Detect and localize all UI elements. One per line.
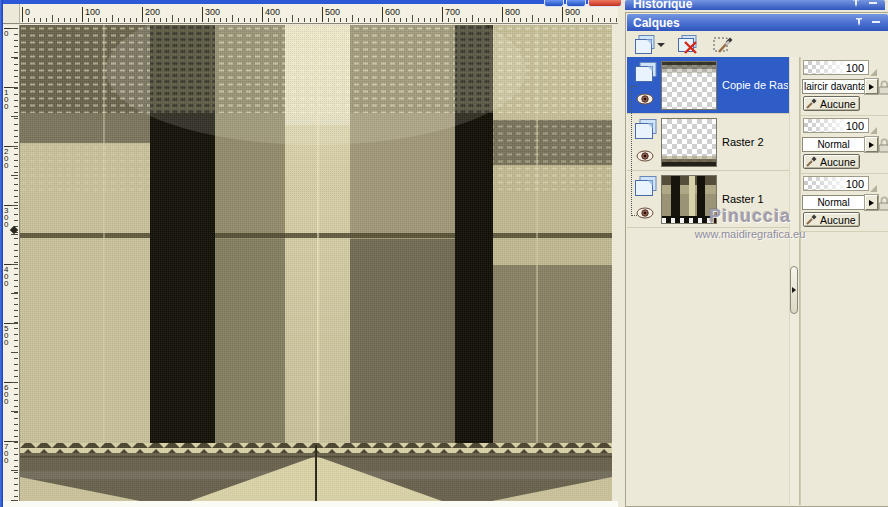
minimize-icon[interactable]: [869, 2, 877, 4]
layers-palette-title: Calques: [633, 16, 680, 30]
layer-thumbnail[interactable]: [661, 175, 717, 224]
ruler-label: 100: [82, 7, 100, 22]
new-layer-icon: [635, 35, 655, 54]
chevron-right-icon: [869, 84, 874, 90]
blend-mode-select[interactable]: Normal: [802, 195, 865, 210]
window-minimize-button[interactable]: [544, 0, 564, 7]
layer-row-raster-1[interactable]: Raster 1: [627, 171, 789, 228]
ruler-ticks: [11, 28, 18, 501]
ruler-label: 600: [382, 7, 400, 22]
layer-name: Copie de Raster 2: [722, 79, 788, 91]
link-set-label: Aucune: [820, 98, 856, 110]
ruler-label: 500: [4, 323, 11, 346]
raster-layer-icon: [635, 119, 657, 144]
brush-icon: [806, 214, 817, 225]
window-bottom-strip: [3, 501, 618, 507]
layer-name: Raster 1: [722, 193, 764, 205]
layers-list: Copie de Raster 2: [627, 57, 789, 505]
opacity-slider[interactable]: 100: [803, 176, 869, 191]
ruler-corner: [3, 4, 20, 24]
ruler-label: 500: [322, 7, 340, 22]
layer-properties-group: 100 Normal Aucune: [801, 174, 888, 232]
slider-corner-icon: [870, 185, 877, 192]
opacity-slider[interactable]: 100: [803, 118, 869, 133]
ruler-label: 900: [562, 7, 580, 22]
ruler-vertical: 0100200300400500600700: [3, 25, 20, 501]
ruler-label: 700: [442, 7, 460, 22]
layer-row-copie-de-raster-2[interactable]: Copie de Raster 2: [627, 57, 789, 114]
dropdown-arrow-icon: [657, 43, 665, 47]
layer-properties-group: 100 laircir davanta Aucune: [801, 58, 888, 116]
minimize-icon[interactable]: [872, 21, 880, 23]
delete-layer-button[interactable]: [678, 34, 700, 56]
blend-mode-arrow-button[interactable]: [865, 79, 878, 94]
layer-visibility-eye-icon[interactable]: [636, 91, 654, 109]
history-palette-title: Historique: [633, 0, 692, 10]
window-restore-button[interactable]: [566, 0, 586, 7]
brush-icon: [806, 98, 817, 109]
layers-palette-titlebar: Calques: [627, 14, 888, 31]
ruler-label: 0: [4, 28, 11, 37]
link-set-button[interactable]: Aucune: [803, 212, 860, 227]
image-window: 0100200300400500600700800900 01002003004…: [0, 0, 620, 507]
layer-properties-column: 100 laircir davanta Aucune: [800, 57, 888, 505]
layer-group-bracket: [631, 86, 638, 216]
layer-visibility-eye-icon[interactable]: [636, 148, 654, 166]
pin-icon[interactable]: [852, 0, 860, 8]
blend-mode-select[interactable]: laircir davanta: [802, 79, 865, 94]
link-set-button[interactable]: Aucune: [803, 96, 860, 111]
ruler-label: 200: [142, 7, 160, 22]
layers-palette: Calques: [625, 12, 888, 507]
ruler-label: 600: [4, 382, 11, 405]
history-palette-titlebar: Historique: [625, 0, 885, 10]
ruler-label: 400: [262, 7, 280, 22]
canvas-image[interactable]: [20, 25, 612, 501]
ruler-label: 100: [4, 87, 11, 110]
blend-mode-arrow-button[interactable]: [865, 137, 878, 152]
edit-selection-button[interactable]: [713, 34, 735, 56]
slider-corner-icon: [870, 127, 877, 134]
ruler-label: 300: [4, 205, 11, 228]
chevron-right-icon: [792, 287, 796, 293]
layer-properties-group: 100 Normal Aucune: [801, 116, 888, 174]
edit-selection-icon: [713, 35, 735, 55]
link-set-label: Aucune: [820, 156, 856, 168]
layer-thumbnail[interactable]: [661, 61, 717, 110]
layer-visibility-eye-icon[interactable]: [636, 205, 654, 223]
blend-mode-arrow-button[interactable]: [865, 195, 878, 210]
palettes-area: Historique Calques: [620, 0, 888, 507]
layer-thumbnail[interactable]: [661, 118, 717, 167]
lock-icon[interactable]: [878, 138, 888, 157]
layer-name: Raster 2: [722, 136, 764, 148]
ruler-label: 700: [4, 441, 11, 464]
splitter-handle[interactable]: [790, 266, 798, 314]
ruler-label: 800: [502, 7, 520, 22]
brush-icon: [806, 156, 817, 167]
panel-splitter: [789, 57, 800, 505]
pin-icon[interactable]: [855, 17, 863, 27]
link-set-label: Aucune: [820, 214, 856, 226]
layer-row-raster-2[interactable]: Raster 2: [627, 114, 789, 171]
new-layer-button[interactable]: [635, 34, 665, 56]
blend-mode-select[interactable]: Normal: [802, 137, 865, 152]
slider-corner-icon: [870, 69, 877, 76]
chevron-right-icon: [869, 200, 874, 206]
ruler-label: 300: [202, 7, 220, 22]
link-set-button[interactable]: Aucune: [803, 154, 860, 169]
opacity-slider[interactable]: 100: [803, 60, 869, 75]
ruler-label: 0: [22, 7, 30, 22]
ruler-label: 200: [4, 146, 11, 169]
ruler-ticks: [22, 15, 618, 22]
ruler-label: 400: [4, 264, 11, 287]
lock-icon[interactable]: [878, 80, 888, 99]
raster-layer-icon: [635, 62, 657, 87]
lock-icon[interactable]: [878, 196, 888, 215]
raster-layer-icon: [635, 176, 657, 201]
ruler-horizontal: 0100200300400500600700800900: [20, 4, 618, 24]
delete-layer-icon: [678, 35, 700, 55]
window-close-button[interactable]: [588, 0, 622, 7]
layers-toolbar: [626, 31, 888, 58]
chevron-right-icon: [869, 142, 874, 148]
window-left-border: [0, 0, 3, 507]
